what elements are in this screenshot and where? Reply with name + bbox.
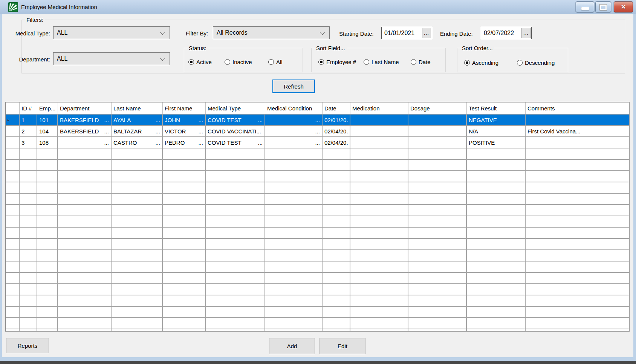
- cell-medical_condition[interactable]: ...: [265, 126, 323, 136]
- reports-button[interactable]: Reports: [6, 338, 49, 353]
- cell-last_name[interactable]: AYALA...: [112, 115, 163, 125]
- cell-dosage[interactable]: [408, 115, 467, 125]
- cell-comments[interactable]: First Covid Vaccina...: [526, 126, 629, 136]
- column-header-last_name[interactable]: Last Name: [112, 102, 163, 114]
- cell-ellipsis-button[interactable]: ...: [197, 117, 203, 123]
- column-header-comments[interactable]: Comments: [526, 102, 629, 114]
- cell-dosage[interactable]: [408, 126, 467, 136]
- cell-id[interactable]: 1: [20, 115, 37, 125]
- cell-ellipsis-button[interactable]: ...: [154, 139, 160, 146]
- cell-last_name: [112, 295, 163, 306]
- cell-ellipsis-button[interactable]: ...: [197, 139, 203, 146]
- edit-button[interactable]: Edit: [320, 338, 365, 354]
- cell-last_name[interactable]: BALTAZAR...: [112, 126, 163, 136]
- cell-medication[interactable]: [350, 137, 408, 148]
- column-header-department[interactable]: Department: [58, 102, 112, 114]
- cell-department[interactable]: ...: [58, 137, 112, 148]
- cell-medication[interactable]: [350, 126, 408, 136]
- medical-type-combo[interactable]: ALL: [53, 26, 170, 39]
- cell-ellipsis-button[interactable]: ...: [154, 117, 160, 123]
- cell-emp[interactable]: 101: [37, 115, 58, 125]
- radio-inactive[interactable]: Inactive: [225, 59, 252, 65]
- cell-emp[interactable]: 108: [37, 137, 58, 148]
- row-selector[interactable]: ▸: [6, 115, 20, 125]
- column-header-medical_condition[interactable]: Medical Condition: [265, 102, 323, 114]
- cell-comments[interactable]: [526, 115, 629, 125]
- starting-date-picker-button[interactable]: ...: [422, 28, 431, 38]
- cell-test_result[interactable]: NEGATIVE: [467, 115, 526, 125]
- cell-department[interactable]: BAKERSFIELD...: [58, 115, 112, 125]
- cell-medical_condition[interactable]: ...: [265, 115, 323, 125]
- cell-text: CASTRO: [113, 139, 137, 146]
- cell-emp[interactable]: 104: [37, 126, 58, 136]
- cell-ellipsis-button[interactable]: ...: [197, 128, 203, 135]
- starting-date-field[interactable]: 01/01/2021 ...: [381, 27, 432, 39]
- radio-descending[interactable]: Descending: [517, 60, 555, 66]
- cell-id[interactable]: 3: [20, 137, 37, 148]
- radio-date[interactable]: Date: [411, 59, 431, 65]
- radio-all[interactable]: All: [268, 59, 283, 65]
- cell-comments: [526, 160, 629, 170]
- close-button[interactable]: ✕: [614, 2, 633, 12]
- cell-ellipsis-button[interactable]: ...: [102, 139, 109, 146]
- radio-last-name[interactable]: Last Name: [364, 59, 399, 65]
- radio-active[interactable]: Active: [188, 59, 212, 65]
- column-header-date[interactable]: Date: [323, 102, 350, 114]
- cell-medical_type[interactable]: COVID TEST...: [206, 115, 265, 125]
- cell-test_result[interactable]: POSITIVE: [467, 137, 526, 148]
- cell-date[interactable]: 02/04/20...: [323, 137, 350, 148]
- cell-medication: [350, 329, 408, 331]
- cell-medical_type[interactable]: COVID VACCINATI...: [206, 126, 265, 136]
- column-header-test_result[interactable]: Test Result: [467, 102, 526, 114]
- ending-date-picker-button[interactable]: ...: [521, 28, 531, 38]
- cell-id[interactable]: 2: [20, 126, 37, 136]
- window-title: Employee Medical Information: [21, 4, 97, 10]
- column-header-emp[interactable]: Emp...: [37, 102, 58, 114]
- cell-date[interactable]: 02/01/20...: [323, 115, 350, 125]
- cell-ellipsis-button[interactable]: ...: [102, 128, 109, 135]
- cell-ellipsis-button[interactable]: ...: [313, 139, 320, 146]
- cell-first_name[interactable]: VICTOR...: [163, 126, 206, 136]
- cell-comments[interactable]: [526, 137, 629, 148]
- cell-medication[interactable]: [350, 115, 408, 125]
- ending-date-field[interactable]: 02/07/2022 ...: [481, 27, 532, 39]
- table-row[interactable]: 2104BAKERSFIELD...BALTAZAR...VICTOR...CO…: [6, 126, 629, 137]
- cell-ellipsis-button[interactable]: ...: [102, 117, 109, 123]
- table-row[interactable]: ▸1101BAKERSFIELD...AYALA...JOHN...COVID …: [6, 115, 629, 126]
- cell-ellipsis-button[interactable]: ...: [256, 139, 263, 146]
- cell-ellipsis-button[interactable]: ...: [256, 117, 263, 123]
- cell-ellipsis-button[interactable]: ...: [154, 128, 160, 135]
- add-button[interactable]: Add: [269, 338, 315, 354]
- medical-type-label: Medical Type:: [11, 30, 50, 37]
- cell-date[interactable]: 02/04/20...: [323, 126, 350, 136]
- column-header-medical_type[interactable]: Medical Type: [206, 102, 265, 114]
- minimize-button[interactable]: [576, 2, 594, 12]
- cell-dosage[interactable]: [408, 137, 467, 148]
- cell-ellipsis-button[interactable]: ...: [313, 117, 320, 123]
- cell-date: [323, 329, 350, 331]
- column-header-medication[interactable]: Medication: [350, 102, 408, 114]
- column-header-id[interactable]: ID #: [20, 102, 37, 114]
- refresh-button[interactable]: Refresh: [272, 80, 315, 93]
- cell-first_name[interactable]: JOHN...: [163, 115, 206, 125]
- column-header-selector[interactable]: [6, 102, 20, 114]
- radio-employee-[interactable]: Employee #: [318, 59, 356, 65]
- department-combo[interactable]: ALL: [53, 52, 170, 65]
- table-row[interactable]: 3108...CASTRO...PEDRO...COVID TEST......…: [6, 137, 629, 148]
- maximize-button[interactable]: [595, 2, 611, 12]
- cell-first_name[interactable]: PEDRO...: [163, 137, 206, 148]
- cell-ellipsis-button[interactable]: ...: [313, 128, 320, 135]
- cell-medical_condition[interactable]: ...: [265, 137, 323, 148]
- row-selector[interactable]: [6, 137, 20, 148]
- cell-medical_type[interactable]: COVID TEST...: [206, 137, 265, 148]
- column-header-first_name[interactable]: First Name: [163, 102, 206, 114]
- medical-records-grid[interactable]: ID #Emp...DepartmentLast NameFirst NameM…: [5, 102, 630, 332]
- cell-test_result[interactable]: N/A: [467, 126, 526, 136]
- cell-department[interactable]: BAKERSFIELD...: [58, 126, 112, 136]
- cell-last_name[interactable]: CASTRO...: [112, 137, 163, 148]
- cell-last_name: [112, 284, 163, 295]
- column-header-dosage[interactable]: Dosage: [408, 102, 467, 114]
- filter-by-combo[interactable]: All Records: [213, 26, 330, 39]
- row-selector[interactable]: [6, 126, 20, 136]
- radio-ascending[interactable]: Ascending: [464, 60, 498, 66]
